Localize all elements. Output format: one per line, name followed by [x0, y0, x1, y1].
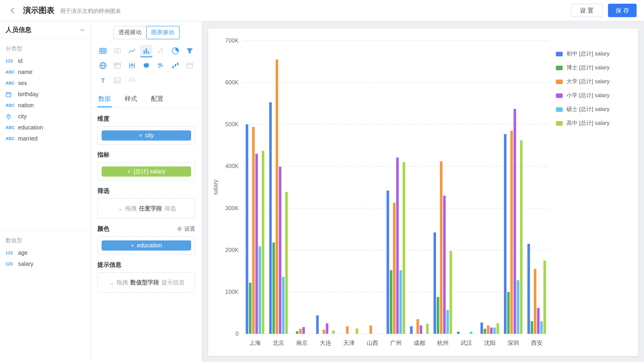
- bar[interactable]: [420, 325, 422, 334]
- field-item-id[interactable]: 123id: [0, 56, 90, 67]
- waterfall-chart-icon[interactable]: [169, 60, 181, 71]
- bar[interactable]: [276, 60, 278, 334]
- table-icon[interactable]: [97, 45, 109, 56]
- color-dropzone[interactable]: ∨ education: [98, 236, 195, 255]
- bar[interactable]: [531, 321, 533, 334]
- metric-pill[interactable]: ∨ [总计] salary: [102, 166, 191, 176]
- bar[interactable]: [426, 324, 429, 334]
- bar[interactable]: [446, 310, 449, 334]
- bar-chart[interactable]: 0100K200K300K400K500K600K700Ksalary上海北京南…: [210, 33, 556, 355]
- text-icon[interactable]: T: [97, 74, 109, 86]
- settings-button[interactable]: 设 置: [571, 4, 602, 17]
- tab-config[interactable]: 配置: [150, 91, 164, 107]
- bar[interactable]: [543, 261, 546, 334]
- bar[interactable]: [534, 269, 536, 334]
- color-pill[interactable]: ∨ education: [102, 240, 191, 251]
- bar[interactable]: [246, 124, 248, 334]
- mode-tab-pivot-driven[interactable]: 透视驱动: [113, 26, 146, 39]
- bar[interactable]: [528, 244, 530, 334]
- field-item-name[interactable]: ABCname: [0, 67, 90, 78]
- bar[interactable]: [470, 332, 472, 334]
- bar[interactable]: [370, 325, 372, 334]
- bar[interactable]: [496, 323, 499, 334]
- bar[interactable]: [258, 246, 261, 334]
- field-item-birthday[interactable]: birthday: [0, 89, 90, 100]
- bar[interactable]: [269, 102, 272, 334]
- field-item-city[interactable]: city: [0, 111, 90, 122]
- line-chart-icon[interactable]: [126, 45, 138, 56]
- bar[interactable]: [332, 330, 335, 334]
- bar[interactable]: [296, 331, 298, 334]
- bar[interactable]: [322, 330, 325, 334]
- bar[interactable]: [255, 154, 258, 334]
- field-item-age[interactable]: 123age: [0, 247, 90, 258]
- bar[interactable]: [249, 283, 251, 334]
- dataset-selector[interactable]: 人员信息: [0, 21, 90, 39]
- bar-chart-icon[interactable]: [140, 45, 152, 56]
- bar[interactable]: [302, 327, 305, 334]
- color-settings-button[interactable]: 设置: [177, 225, 195, 233]
- mode-tab-chart-driven[interactable]: 图表驱动: [146, 26, 179, 39]
- word-cloud-icon[interactable]: [155, 60, 167, 71]
- funnel-chart-icon[interactable]: [184, 45, 196, 56]
- map-chart-icon[interactable]: [140, 60, 152, 71]
- bar[interactable]: [282, 277, 284, 334]
- bar[interactable]: [457, 332, 460, 334]
- bar[interactable]: [487, 325, 489, 334]
- filter-dropzone[interactable]: → 拖拽任意字段筛选: [98, 198, 195, 219]
- field-item-married[interactable]: ABCmarried: [0, 133, 90, 144]
- bar[interactable]: [480, 322, 483, 334]
- legend-item[interactable]: 大学 [总计] salary: [556, 78, 635, 86]
- bar[interactable]: [285, 192, 288, 334]
- legend-item[interactable]: 初中 [总计] salary: [556, 50, 635, 58]
- bar[interactable]: [399, 270, 402, 334]
- bar[interactable]: [252, 127, 254, 334]
- bar[interactable]: [326, 323, 328, 334]
- bar[interactable]: [517, 280, 519, 334]
- bar[interactable]: [514, 109, 516, 334]
- bar[interactable]: [316, 315, 319, 334]
- save-button[interactable]: 保 存: [608, 4, 636, 17]
- dimension-pill[interactable]: ∨ city: [102, 130, 191, 140]
- bar[interactable]: [493, 327, 496, 334]
- legend-item[interactable]: 小学 [总计] salary: [556, 92, 635, 99]
- bar[interactable]: [537, 308, 540, 334]
- bar[interactable]: [450, 251, 452, 334]
- bar[interactable]: [434, 233, 436, 334]
- back-button[interactable]: [8, 5, 18, 16]
- tab-data[interactable]: 数据: [98, 91, 112, 107]
- bar[interactable]: [410, 326, 412, 334]
- bar[interactable]: [484, 329, 486, 334]
- field-item-nation[interactable]: ABCnation: [0, 100, 90, 111]
- field-item-education[interactable]: ABCeducation: [0, 122, 90, 133]
- bar[interactable]: [416, 319, 419, 334]
- pie-chart-icon[interactable]: [169, 45, 181, 56]
- bar[interactable]: [346, 326, 348, 334]
- bar[interactable]: [396, 157, 399, 334]
- tooltip-dropzone[interactable]: → 拖拽数值型字段提示信息: [98, 272, 195, 293]
- legend-item[interactable]: 高中 [总计] salary: [556, 119, 635, 127]
- bar[interactable]: [393, 203, 396, 334]
- bar[interactable]: [356, 328, 358, 334]
- field-item-salary[interactable]: 123salary: [0, 258, 90, 270]
- dimension-dropzone[interactable]: ∨ city: [98, 126, 195, 145]
- bar[interactable]: [510, 131, 513, 334]
- bar[interactable]: [437, 297, 439, 334]
- field-item-sex[interactable]: ABCsex: [0, 78, 90, 89]
- bar[interactable]: [504, 134, 506, 334]
- bar[interactable]: [443, 196, 446, 334]
- legend-item[interactable]: 硕士 [总计] salary: [556, 105, 635, 113]
- bar[interactable]: [402, 162, 405, 334]
- bar[interactable]: [520, 140, 522, 334]
- bar[interactable]: [540, 321, 543, 334]
- bar[interactable]: [279, 167, 281, 334]
- bar[interactable]: [507, 292, 510, 334]
- bar[interactable]: [387, 191, 389, 334]
- tab-style[interactable]: 样式: [124, 91, 138, 107]
- radar-chart-icon[interactable]: [97, 60, 109, 71]
- bar[interactable]: [390, 270, 392, 334]
- parallel-chart-icon[interactable]: [126, 60, 138, 71]
- bar[interactable]: [272, 243, 275, 334]
- bar[interactable]: [299, 329, 302, 334]
- legend-item[interactable]: 博士 [总计] salary: [556, 64, 635, 72]
